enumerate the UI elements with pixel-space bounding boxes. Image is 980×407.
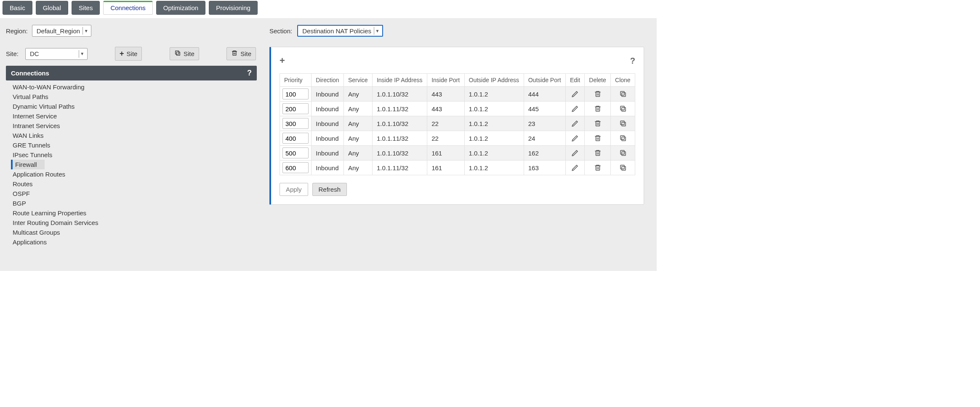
table-row: InboundAny1.0.1.10/32221.0.1.223	[280, 116, 635, 131]
apply-button[interactable]: Apply	[280, 183, 308, 196]
table-row: InboundAny1.0.1.11/324431.0.1.2445	[280, 102, 635, 116]
nav-item-route-learning-properties[interactable]: Route Learning Properties	[11, 208, 254, 218]
nav-item-intranet-services[interactable]: Intranet Services	[11, 121, 254, 131]
cell-service: Any	[344, 131, 372, 146]
clone-site-button[interactable]: Site	[170, 47, 199, 60]
cell-direction: Inbound	[312, 116, 344, 131]
section-select[interactable]: Destination NAT Policies ▼	[297, 25, 383, 37]
edit-button[interactable]	[567, 149, 583, 157]
delete-button[interactable]	[586, 105, 609, 112]
priority-input[interactable]	[282, 88, 309, 99]
nav-item-applications[interactable]: Applications	[11, 237, 254, 247]
nav-item-inter-routing-domain-services[interactable]: Inter Routing Domain Services	[11, 218, 254, 228]
tab-provisioning[interactable]: Provisioning	[209, 1, 258, 15]
clone-button[interactable]	[612, 120, 633, 127]
cell-outside-port: 24	[524, 131, 565, 146]
edit-button[interactable]	[567, 105, 583, 112]
delete-site-label: Site	[240, 50, 251, 57]
svg-rect-16	[622, 152, 626, 155]
tab-global[interactable]: Global	[36, 1, 68, 15]
add-site-button[interactable]: + Site	[115, 47, 142, 61]
cell-outside-ip: 1.0.1.2	[464, 87, 524, 102]
edit-button[interactable]	[567, 120, 583, 127]
section-label: Section:	[269, 27, 292, 35]
priority-input[interactable]	[282, 103, 309, 114]
clone-button[interactable]	[612, 90, 633, 98]
edit-button[interactable]	[567, 134, 583, 142]
col-delete: Delete	[585, 74, 611, 87]
nav-item-bgp[interactable]: BGP	[11, 198, 254, 208]
add-site-label: Site	[127, 50, 138, 57]
priority-input[interactable]	[282, 162, 309, 173]
tab-basic[interactable]: Basic	[3, 1, 32, 15]
nav-item-gre-tunnels[interactable]: GRE Tunnels	[11, 140, 254, 150]
cell-outside-ip: 1.0.1.2	[464, 161, 524, 175]
tab-optimization[interactable]: Optimization	[156, 1, 205, 15]
pencil-icon	[571, 164, 579, 171]
nav-item-application-routes[interactable]: Application Routes	[11, 169, 254, 179]
svg-rect-12	[596, 137, 599, 141]
trash-icon	[594, 134, 602, 142]
cell-outside-port: 445	[524, 102, 565, 116]
nav-item-ospf[interactable]: OSPF	[11, 189, 254, 198]
cell-direction: Inbound	[312, 161, 344, 175]
cell-outside-port: 163	[524, 161, 565, 175]
region-select[interactable]: Default_Region ▼	[32, 25, 91, 37]
cell-outside-ip: 1.0.1.2	[464, 116, 524, 131]
priority-input[interactable]	[282, 118, 309, 129]
clone-button[interactable]	[612, 164, 633, 171]
section-value: Destination NAT Policies	[302, 27, 371, 35]
tab-sites[interactable]: Sites	[72, 1, 100, 15]
priority-input[interactable]	[282, 147, 309, 158]
delete-button[interactable]	[586, 120, 609, 127]
panel-title: Connections	[11, 70, 49, 77]
add-policy-button[interactable]: +	[280, 55, 285, 66]
cell-service: Any	[344, 161, 372, 175]
chevron-down-icon: ▼	[79, 50, 85, 58]
cell-inside-ip: 1.0.1.10/32	[372, 87, 427, 102]
delete-button[interactable]	[586, 149, 609, 157]
site-select[interactable]: DC ▼	[25, 48, 88, 60]
trash-icon	[594, 149, 602, 157]
nav-item-wan-links[interactable]: WAN Links	[11, 131, 254, 140]
cell-outside-port: 162	[524, 146, 565, 161]
copy-icon	[174, 50, 181, 58]
svg-rect-14	[620, 136, 624, 139]
help-icon[interactable]: ?	[247, 69, 252, 78]
nav-item-dynamic-virtual-paths[interactable]: Dynamic Virtual Paths	[11, 102, 254, 111]
edit-button[interactable]	[567, 90, 583, 98]
delete-button[interactable]	[586, 164, 609, 171]
delete-button[interactable]	[586, 90, 609, 98]
nav-item-internet-service[interactable]: Internet Service	[11, 111, 254, 121]
cell-outside-ip: 1.0.1.2	[464, 102, 524, 116]
region-label: Region:	[6, 27, 28, 35]
site-label: Site:	[6, 50, 19, 57]
nav-item-virtual-paths[interactable]: Virtual Paths	[11, 92, 254, 102]
refresh-button[interactable]: Refresh	[312, 183, 347, 196]
nav-item-multicast-groups[interactable]: Multicast Groups	[11, 228, 254, 237]
col-direction: Direction	[312, 74, 344, 87]
clone-button[interactable]	[612, 134, 633, 142]
svg-rect-9	[596, 122, 599, 126]
clone-button[interactable]	[612, 105, 633, 112]
cell-direction: Inbound	[312, 87, 344, 102]
col-service: Service	[344, 74, 372, 87]
cell-inside-ip: 1.0.1.11/32	[372, 131, 427, 146]
tab-connections[interactable]: Connections	[103, 1, 152, 15]
pencil-icon	[571, 105, 579, 112]
clone-button[interactable]	[612, 149, 633, 157]
help-icon[interactable]: ?	[630, 56, 635, 66]
nav-item-wan-to-wan-forwarding[interactable]: WAN-to-WAN Forwarding	[11, 82, 254, 92]
nav-item-routes[interactable]: Routes	[11, 179, 254, 189]
copy-icon	[619, 120, 627, 127]
nav-item-ipsec-tunnels[interactable]: IPsec Tunnels	[11, 150, 254, 160]
trash-icon	[594, 120, 602, 127]
nav-item-firewall[interactable]: Firewall	[11, 160, 45, 169]
region-value: Default_Region	[37, 27, 80, 35]
trash-icon	[594, 105, 602, 112]
priority-input[interactable]	[282, 133, 309, 144]
delete-button[interactable]	[586, 134, 609, 142]
edit-button[interactable]	[567, 164, 583, 171]
delete-site-button[interactable]: Site	[226, 47, 256, 60]
cell-inside-port: 161	[427, 161, 464, 175]
